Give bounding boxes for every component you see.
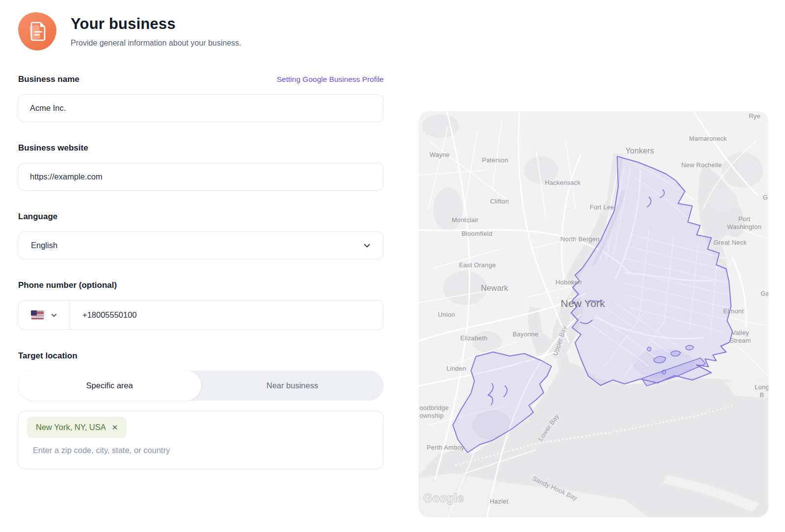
page-header: Your business Provide general informatio… <box>18 12 384 51</box>
language-label: Language <box>18 212 57 222</box>
location-search-input[interactable] <box>32 445 366 456</box>
chevron-down-icon <box>363 242 371 250</box>
target-location-field: Target location Specific area Near busin… <box>18 351 384 469</box>
business-website-input[interactable] <box>18 163 384 191</box>
business-doc-icon <box>18 12 56 51</box>
phone-label: Phone number (optional) <box>18 280 117 290</box>
business-form-panel: Your business Provide general informatio… <box>18 12 384 469</box>
business-name-field: Business name Setting Google Business Pr… <box>18 75 384 122</box>
map-canvas <box>419 111 768 517</box>
business-website-field: Business website <box>18 143 384 191</box>
google-business-profile-link[interactable]: Setting Google Business Profile <box>277 75 384 84</box>
phone-number-input[interactable] <box>70 301 383 329</box>
location-chip: New York, NY, USA ✕ <box>27 417 127 438</box>
target-location-label: Target location <box>18 351 78 361</box>
toggle-near-business[interactable]: Near business <box>201 371 384 401</box>
language-selected-value: English <box>31 241 57 250</box>
phone-field: Phone number (optional) <box>18 280 384 330</box>
chip-remove-button[interactable]: ✕ <box>112 424 118 431</box>
chevron-down-icon <box>51 312 57 319</box>
google-logo[interactable]: Google <box>423 492 464 505</box>
language-select[interactable]: English <box>18 231 384 259</box>
location-chip-text: New York, NY, USA <box>36 423 106 432</box>
business-name-input[interactable] <box>18 94 384 122</box>
page-subtitle: Provide general information about your b… <box>71 39 241 48</box>
language-field: Language English <box>18 212 384 259</box>
us-flag-icon <box>31 310 44 320</box>
target-location-toggle: Specific area Near business <box>18 371 384 401</box>
document-icon <box>27 20 48 43</box>
map[interactable]: RyeMamaroneckYonkersNew RochelleWaynePat… <box>419 111 768 517</box>
business-name-label: Business name <box>18 75 79 84</box>
country-code-selector[interactable] <box>19 301 70 329</box>
phone-input-group <box>18 300 384 330</box>
page-title: Your business <box>71 15 241 33</box>
location-chip-input[interactable]: New York, NY, USA ✕ <box>18 411 384 469</box>
toggle-specific-area[interactable]: Specific area <box>18 371 201 401</box>
business-website-label: Business website <box>18 143 88 153</box>
